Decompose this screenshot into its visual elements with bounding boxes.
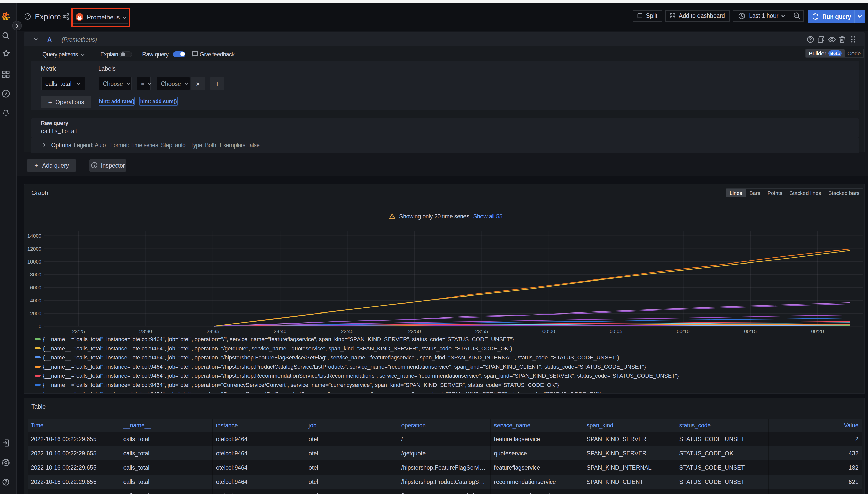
svg-text:8000: 8000 xyxy=(30,272,42,278)
svg-text:00:05: 00:05 xyxy=(610,328,622,334)
svg-text:00:10: 00:10 xyxy=(677,328,690,334)
svg-text:23:50: 23:50 xyxy=(408,328,421,334)
svg-text:23:55: 23:55 xyxy=(475,328,488,334)
svg-text:00:20: 00:20 xyxy=(811,328,824,334)
svg-text:23:45: 23:45 xyxy=(341,328,354,334)
svg-text:12000: 12000 xyxy=(27,246,41,251)
svg-text:4000: 4000 xyxy=(30,298,42,303)
svg-text:10000: 10000 xyxy=(27,259,41,265)
svg-text:00:00: 00:00 xyxy=(543,328,555,334)
svg-text:2000: 2000 xyxy=(30,311,42,316)
svg-text:23:30: 23:30 xyxy=(139,328,152,334)
svg-text:23:40: 23:40 xyxy=(274,328,286,334)
svg-text:0: 0 xyxy=(39,324,41,329)
svg-text:6000: 6000 xyxy=(30,285,42,290)
svg-text:23:35: 23:35 xyxy=(206,328,219,334)
svg-text:14000: 14000 xyxy=(27,233,41,239)
svg-text:00:15: 00:15 xyxy=(744,328,757,334)
svg-text:23:25: 23:25 xyxy=(72,328,85,334)
